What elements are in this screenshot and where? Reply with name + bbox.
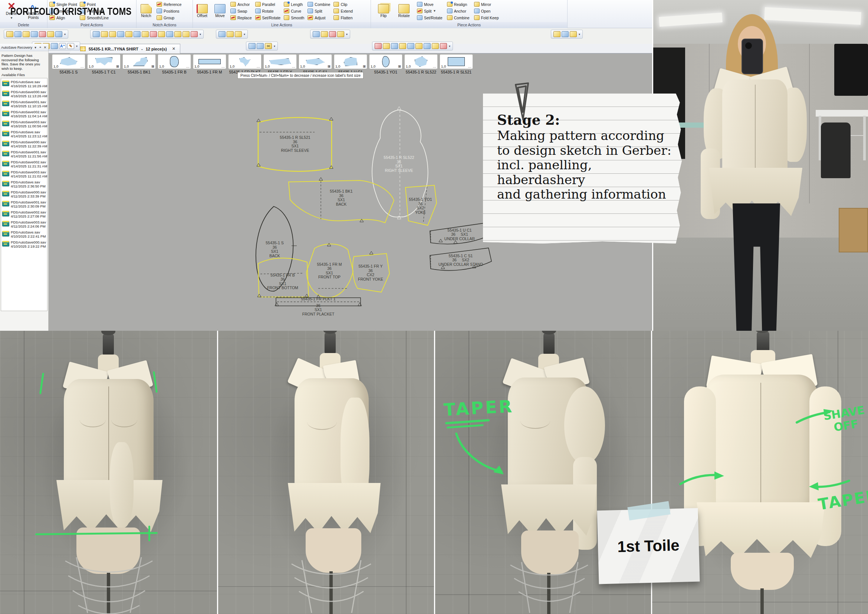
combine-piece-button[interactable]: Combine [447,15,470,21]
move-line-button[interactable]: Move [213,4,227,18]
pattern-piece-back-bk1[interactable]: 55435-1 BK1 36 SX1 BACK [286,177,397,229]
toolbar-icon[interactable] [55,31,62,37]
autosave-file-item[interactable]: PDSAutoSave001.sav 4/14/2025 11:21:56 AM [2,149,46,159]
autosave-file-item[interactable]: PDSAutoSave002.sav 4/11/2025 2:27:08 PM [2,209,46,219]
group-button[interactable]: Group [157,15,181,21]
toolbar-icon[interactable] [424,43,431,49]
rotate-piece-button[interactable]: Rotate [395,4,412,18]
set-rotate-line-button[interactable]: Set/Rotate [255,15,281,21]
toolbar-icon[interactable] [313,31,320,37]
piece-thumbnail[interactable]: 1,0 ⊞ 55435-1 T C1 [87,54,121,78]
toolbar-icon[interactable] [23,31,29,37]
toolbar-icon[interactable] [321,31,328,37]
length-button[interactable]: Length [284,2,304,8]
toolbar-icon[interactable] [117,31,124,37]
toolbar-icon[interactable] [39,31,46,37]
toolbar-overflow-icon[interactable]: ▾ [579,33,580,36]
toolbar-icon[interactable] [6,31,13,37]
pencil-icon[interactable]: ✎ [67,43,74,49]
pattern-piece-under-collar-stand[interactable]: 55435-1 C S1 36SX2 UNDER COLLAR STAND [428,244,494,276]
toolbar-icon[interactable] [183,31,189,37]
toolbar-icon[interactable] [248,43,256,49]
piece-thumbnail[interactable]: 1,0 … 55435-1 FR M [193,54,226,78]
parallel-button[interactable]: Parallel [255,2,281,8]
toolbar-overflow-icon[interactable]: ▾ [274,45,275,48]
toolbar-icon[interactable] [432,43,439,49]
toolbar-overflow-icon[interactable]: ▾ [346,33,347,36]
autosave-file-item[interactable]: PDSAutoSave.sav 4/10/2025 2:22:41 PM [2,229,46,239]
clip-button[interactable]: Clip [333,2,353,8]
toolbar-icon[interactable] [109,31,116,37]
open-button[interactable]: Open [474,8,499,14]
autosave-file-item[interactable]: PDSAutoSave000.sav 4/10/2025 2:19:22 PM [2,239,46,249]
reference-button[interactable]: Reference [157,2,181,8]
toolbar-icon[interactable] [562,31,569,37]
notch-button[interactable]: Notch [138,4,154,18]
toolbar-icon[interactable] [174,31,181,37]
close-icon[interactable]: ✕ [43,46,47,50]
piece-thumbnail[interactable]: 1,0 … 55435-1 R SL521 [440,54,473,78]
toolbar-icon[interactable] [415,43,423,49]
toolbar-icon[interactable] [133,31,141,37]
toolbar-icon[interactable] [227,31,234,37]
smooth-line-action-button[interactable]: Smooth [284,15,304,21]
positions-button[interactable]: Positions [157,8,181,14]
scissors-icon[interactable]: ✂ [265,43,272,49]
move-piece-button[interactable]: Move [417,2,443,8]
add-text-icon[interactable]: A⁺ [59,43,66,49]
toolbar-icon[interactable] [101,31,108,37]
adjust-button[interactable]: Adjust [307,15,330,21]
toolbar-icon[interactable] [51,43,58,49]
split-line-button[interactable]: Split [307,8,330,14]
piece-thumbnail[interactable]: 1,0 … 55435-1 R SL522 [405,54,438,78]
toolbar-icon[interactable] [47,31,54,37]
toolbar-icon[interactable] [166,31,173,37]
flatten-button[interactable]: Flatten [333,15,353,21]
rotate-line-button[interactable]: Rotate [255,8,281,14]
split-piece-button[interactable]: Split ▼ [417,8,443,14]
autosave-file-item[interactable]: PDSAutoSave003.sav 4/14/2025 11:21:02 AM [2,169,46,179]
curve-button[interactable]: Curve [284,8,304,14]
autosave-file-item[interactable]: PDSAutoSave000.sav 4/14/2025 11:22:39 AM [2,139,46,149]
toolbar-overflow-icon[interactable]: ▾ [244,33,245,36]
toolbar-icon[interactable] [235,31,242,37]
toolbar-icon[interactable] [570,31,577,37]
toolbar-icon[interactable] [219,31,226,37]
toolbar-icon[interactable] [126,31,132,37]
combine-line-button[interactable]: Combine [307,2,330,8]
autosave-file-item[interactable]: PDSAutoSave001.sav 4/16/2025 11:10:15 AM [2,99,46,109]
replace-button[interactable]: Replace [230,15,252,21]
toolbar-icon[interactable] [383,43,390,49]
toolbar-icon[interactable] [150,31,157,37]
piece-thumbnail[interactable]: 1,0 … 55435-1 S [52,54,85,78]
toolbar-icon[interactable] [31,31,38,37]
piece-thumbnail[interactable]: 1,0 ⊞ 55435-1 YO1 [369,54,403,78]
toolbar-icon[interactable] [158,31,165,37]
anchor-line-button[interactable]: Anchor [230,2,252,8]
toolbar-icon[interactable] [329,31,336,37]
toolbar-icon[interactable] [375,43,382,49]
anchor-piece-button[interactable]: Anchor [447,8,470,14]
autosave-file-item[interactable]: PDSAutoSave.sav 4/11/2025 2:36:50 PM [2,179,46,189]
autosave-file-item[interactable]: PDSAutoSave002.sav 4/16/2025 11:04:14 AM [2,109,46,119]
autosave-file-item[interactable]: PDSAutoSave003.sav 4/11/2025 2:24:06 PM [2,219,46,229]
autosave-file-item[interactable]: PDSAutoSave001.sav 4/11/2025 2:30:09 PM [2,199,46,209]
toolbar-icon[interactable] [257,43,264,49]
swap-button[interactable]: Swap [230,8,252,14]
toolbar-icon[interactable] [399,43,406,49]
pattern-piece-front-placket[interactable]: 55435-1 FR PLKT 1 36 SX1 FRONT PLACKET [274,294,363,328]
piece-thumbnail[interactable]: 1,0 … 55435-1 FR B [158,54,191,78]
toolbar-icon[interactable] [337,31,344,37]
autosave-file-item[interactable]: PDSAutoSave000.sav 4/16/2025 11:13:26 AM [2,89,46,99]
autosave-file-item[interactable]: PDSAutoSave.sav 4/16/2025 11:16:29 AM [2,79,46,89]
toolbar-icon[interactable] [407,43,414,49]
toolbar-overflow-icon[interactable]: ▾ [200,33,201,36]
set-rotate-piece-button[interactable]: Set/Rotate [417,15,443,21]
extend-button[interactable]: Extend [333,8,353,14]
chevron-down-icon[interactable]: ▾ [33,46,37,50]
close-tab-icon[interactable]: ✕ [172,47,175,51]
realign-button[interactable]: Realign [447,2,470,8]
fold-keep-button[interactable]: Fold Keep [474,15,499,21]
autosave-file-item[interactable]: PDSAutoSave000.sav 4/11/2025 2:33:39 PM [2,189,46,199]
offset-button[interactable]: Offset [195,4,209,18]
